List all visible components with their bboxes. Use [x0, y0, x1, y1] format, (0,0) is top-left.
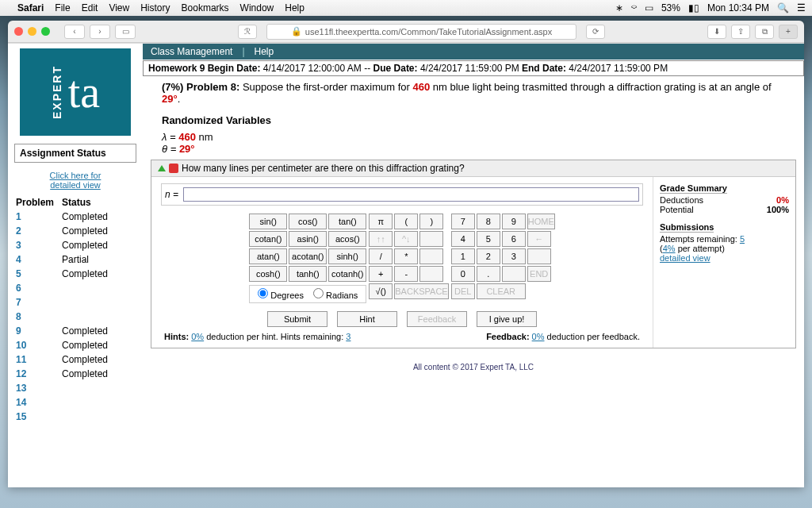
key-8[interactable]: 8: [477, 214, 500, 229]
key-sin[interactable]: sin(): [249, 214, 287, 229]
key-dot[interactable]: .: [477, 266, 500, 282]
table-row[interactable]: 12Completed: [16, 368, 114, 380]
download-icon[interactable]: ⬇: [707, 25, 726, 39]
tab-help[interactable]: Help: [255, 46, 274, 57]
key-atan[interactable]: atan(): [249, 248, 287, 264]
key-left[interactable]: ←: [527, 231, 551, 247]
browser-window: ‹ › ▭ ℛ 🔒use11fl.theexpertta.com/Common/…: [8, 21, 804, 487]
key-acotan[interactable]: acotan(): [289, 248, 327, 264]
table-row[interactable]: 3Completed: [16, 239, 114, 252]
key-minus[interactable]: -: [394, 266, 418, 282]
key-cotan[interactable]: cotan(): [249, 231, 287, 247]
reload-icon[interactable]: ⟳: [586, 25, 605, 39]
bluetooth-icon[interactable]: ∗: [615, 2, 623, 13]
nav-back[interactable]: ‹: [64, 25, 85, 39]
spotlight-icon[interactable]: 🔍: [777, 2, 789, 13]
key-1[interactable]: 1: [451, 248, 475, 264]
table-row[interactable]: 6: [16, 282, 114, 294]
key-dn[interactable]: ^↓: [394, 231, 418, 247]
key-clear[interactable]: CLEAR: [477, 283, 526, 299]
table-row[interactable]: 1Completed: [16, 210, 114, 223]
assignment-status-title: Assignment Status: [20, 148, 131, 159]
table-row[interactable]: 9Completed: [16, 325, 114, 337]
window-max[interactable]: [41, 27, 50, 36]
key-div[interactable]: /: [369, 248, 393, 264]
menu-help[interactable]: Help: [285, 2, 304, 13]
reader-icon[interactable]: ℛ: [238, 25, 257, 39]
wifi-icon[interactable]: ⌔: [631, 2, 637, 13]
table-row[interactable]: 5Completed: [16, 267, 114, 280]
key-acos[interactable]: acos(): [328, 231, 366, 247]
key-0[interactable]: 0: [451, 266, 475, 282]
key-pi[interactable]: π: [369, 214, 393, 229]
table-row[interactable]: 4Partial: [16, 253, 114, 266]
hint-button[interactable]: Hint: [337, 311, 397, 327]
key-cosh[interactable]: cosh(): [249, 266, 287, 282]
key-cotanh[interactable]: cotanh(): [328, 266, 366, 282]
giveup-button[interactable]: I give up!: [477, 311, 537, 327]
window-min[interactable]: [28, 27, 36, 36]
key-rparen[interactable]: ): [419, 214, 443, 229]
nav-sidebar[interactable]: ▭: [115, 25, 136, 39]
key-tan[interactable]: tan(): [328, 214, 366, 229]
key-plus[interactable]: +: [369, 266, 393, 282]
share-icon[interactable]: ⇪: [731, 25, 750, 39]
answer-input[interactable]: [183, 187, 639, 202]
notification-icon[interactable]: ☰: [797, 2, 806, 13]
key-backspace[interactable]: BACKSPACE: [394, 283, 448, 299]
key-sinh[interactable]: sinh(): [328, 248, 366, 264]
key-5[interactable]: 5: [477, 231, 500, 247]
key-3[interactable]: 3: [502, 248, 526, 264]
table-row[interactable]: 13: [16, 382, 114, 394]
key-up[interactable]: ↑↑: [369, 231, 393, 247]
key-lparen[interactable]: (: [394, 214, 418, 229]
macos-menubar: Safari File Edit View History Bookmarks …: [0, 0, 812, 16]
table-row[interactable]: 2Completed: [16, 225, 114, 237]
nav-fwd[interactable]: ›: [90, 25, 110, 39]
key-mul[interactable]: *: [394, 248, 418, 264]
menu-edit[interactable]: Edit: [82, 2, 98, 13]
table-row[interactable]: 8: [16, 310, 114, 323]
key-sqrt[interactable]: √(): [369, 283, 393, 299]
keypad: sin()cos()tan() cotan()asin()acos() atan…: [161, 214, 643, 303]
table-row[interactable]: 10Completed: [16, 339, 114, 352]
newtab-icon[interactable]: +: [779, 25, 798, 39]
url-bar[interactable]: 🔒use11fl.theexpertta.com/Common/TakeTuto…: [266, 24, 576, 40]
tabs-icon[interactable]: ⧉: [755, 25, 774, 39]
key-cos[interactable]: cos(): [289, 214, 327, 229]
radio-degrees[interactable]: Degrees: [258, 288, 304, 300]
key-end[interactable]: END: [527, 266, 551, 282]
app-name[interactable]: Safari: [17, 2, 44, 13]
radio-radians[interactable]: Radians: [313, 288, 358, 300]
menu-window[interactable]: Window: [240, 2, 274, 13]
key-7[interactable]: 7: [451, 214, 475, 229]
table-row[interactable]: 15: [16, 410, 114, 423]
key-del[interactable]: DEL: [451, 283, 475, 299]
table-row[interactable]: 14: [16, 396, 114, 409]
key-6[interactable]: 6: [502, 231, 526, 247]
key-4[interactable]: 4: [451, 231, 475, 247]
key-2[interactable]: 2: [477, 248, 500, 264]
n-label: n =: [165, 189, 178, 200]
submit-button[interactable]: Submit: [267, 311, 327, 327]
menu-view[interactable]: View: [109, 2, 129, 13]
table-row[interactable]: 7: [16, 296, 114, 309]
tab-class-mgmt[interactable]: Class Management: [151, 46, 232, 57]
clock[interactable]: Mon 10:34 PM: [707, 2, 769, 13]
key-9[interactable]: 9: [502, 214, 526, 229]
summary-detailed-link[interactable]: detailed view: [660, 253, 710, 263]
window-close[interactable]: [14, 27, 23, 36]
table-row[interactable]: 11Completed: [16, 353, 114, 366]
detailed-view-link[interactable]: Click here fordetailed view: [8, 171, 143, 190]
hw-header: Homework 9 Begin Date: 4/14/2017 12:00:0…: [143, 60, 804, 76]
battery-icon[interactable]: ▮▯: [688, 2, 699, 13]
menu-bookmarks[interactable]: Bookmarks: [182, 2, 229, 13]
menu-history[interactable]: History: [140, 2, 170, 13]
feedback-button[interactable]: Feedback: [407, 311, 467, 327]
key-tanh[interactable]: tanh(): [289, 266, 327, 282]
menu-file[interactable]: File: [55, 2, 70, 13]
display-icon[interactable]: ▭: [645, 2, 653, 13]
key-home[interactable]: HOME: [527, 214, 555, 229]
key-asin[interactable]: asin(): [289, 231, 327, 247]
footer: All content © 2017 Expert TA, LLC: [143, 348, 804, 386]
